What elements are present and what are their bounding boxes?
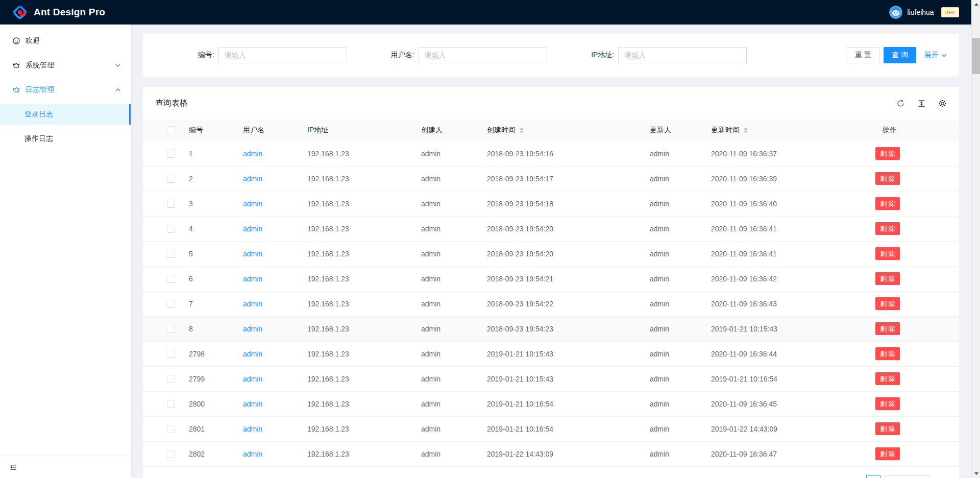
scrollbar-thumb[interactable] xyxy=(972,38,980,74)
username-link[interactable]: admin xyxy=(243,350,262,358)
username-link[interactable]: admin xyxy=(243,250,262,258)
reload-icon[interactable] xyxy=(896,99,905,108)
delete-button[interactable]: 删 除 xyxy=(875,347,900,360)
username-link-cell: admin xyxy=(235,341,299,366)
row-created-time: 2019-01-21 10:15:43 xyxy=(487,375,553,383)
id-input[interactable] xyxy=(218,47,347,63)
delete-button[interactable]: 删 除 xyxy=(875,372,900,385)
settings-icon[interactable] xyxy=(938,99,947,108)
select-all-checkbox[interactable] xyxy=(167,126,175,134)
column-header-4[interactable]: 创建时间 xyxy=(479,119,642,141)
row-checkbox[interactable] xyxy=(167,425,175,433)
sidebar-footer xyxy=(0,456,131,478)
delete-button[interactable]: 删 除 xyxy=(875,272,900,285)
log-table: 编号用户名IP地址创建人创建时间更新人更新时间操作 1admin192.168.… xyxy=(143,119,959,467)
column-header-5: 更新人 xyxy=(642,119,703,141)
sidebar-item-login-log[interactable]: 登录日志 xyxy=(0,104,131,125)
row-checkbox[interactable] xyxy=(167,250,175,258)
user-name: liufeihua xyxy=(907,8,934,16)
row-checkbox[interactable] xyxy=(167,300,175,308)
username-link[interactable]: admin xyxy=(243,400,262,408)
delete-button[interactable]: 删 除 xyxy=(875,197,900,210)
username-link[interactable]: admin xyxy=(243,450,262,458)
row-created-time: 2018-09-23 19:54:20 xyxy=(487,250,553,258)
menu-fold-icon[interactable] xyxy=(9,463,17,471)
scroll-down-arrow-icon[interactable] xyxy=(972,469,980,478)
row-updated-time: 2019-01-22 14:43:09 xyxy=(711,425,777,433)
row-checkbox[interactable] xyxy=(167,150,175,158)
row-checkbox[interactable] xyxy=(167,200,175,208)
page-size-select[interactable] xyxy=(885,475,929,478)
row-id: 2799 xyxy=(189,375,205,383)
delete-button[interactable]: 删 除 xyxy=(875,447,900,460)
header-user-area[interactable]: liufeihua dev xyxy=(889,6,959,19)
username-link[interactable]: admin xyxy=(243,175,262,183)
row-created-time-cell: 2019-01-21 10:16:54 xyxy=(479,416,642,441)
delete-button[interactable]: 删 除 xyxy=(875,422,900,435)
row-id-cell: 2800 xyxy=(181,391,235,416)
scroll-up-arrow-icon[interactable] xyxy=(972,0,980,9)
row-ip-cell: 192.168.1.23 xyxy=(299,341,413,366)
username-link[interactable]: admin xyxy=(243,225,262,233)
username-link[interactable]: admin xyxy=(243,150,262,158)
delete-button[interactable]: 删 除 xyxy=(875,222,900,235)
row-checkbox[interactable] xyxy=(167,450,175,458)
row-updater-cell: admin xyxy=(642,341,703,366)
row-ip-cell: 192.168.1.23 xyxy=(299,241,413,266)
row-id: 2798 xyxy=(189,350,205,358)
table-row: 4admin192.168.1.23admin2018-09-23 19:54:… xyxy=(143,216,959,241)
sidebar-item-operation-log[interactable]: 操作日志 xyxy=(0,129,131,149)
row-checkbox[interactable] xyxy=(167,225,175,233)
delete-button[interactable]: 删 除 xyxy=(875,397,900,410)
row-checkbox[interactable] xyxy=(167,325,175,333)
column-header-3: 创建人 xyxy=(413,119,479,141)
sidebar-item-log-mgmt[interactable]: 日志管理 xyxy=(0,80,131,100)
delete-button[interactable]: 删 除 xyxy=(875,297,900,310)
table-toolbar: 查询表格 xyxy=(143,87,959,119)
row-updater-cell: admin xyxy=(642,441,703,466)
delete-button[interactable]: 删 除 xyxy=(875,147,900,160)
row-updated-time-cell: 2020-11-09 16:36:44 xyxy=(703,341,874,366)
query-button[interactable]: 查 询 xyxy=(884,47,916,63)
row-creator: admin xyxy=(421,250,440,258)
row-checkbox[interactable] xyxy=(167,400,175,408)
row-id-cell: 2798 xyxy=(181,341,235,366)
sorter-icon[interactable] xyxy=(520,127,524,133)
page-scrollbar[interactable] xyxy=(971,0,980,478)
delete-button[interactable]: 删 除 xyxy=(875,172,900,185)
row-checkbox[interactable] xyxy=(167,175,175,183)
row-action-cell: 删 除 xyxy=(874,341,959,366)
row-updated-time: 2020-11-09 16:36:47 xyxy=(711,450,777,458)
row-ip: 192.168.1.23 xyxy=(307,450,349,458)
sorter-icon[interactable] xyxy=(744,127,748,133)
row-ip: 192.168.1.23 xyxy=(307,275,349,283)
delete-button[interactable]: 删 除 xyxy=(875,322,900,335)
logo-area[interactable]: Ant Design Pro xyxy=(12,5,105,20)
username-link[interactable]: admin xyxy=(243,200,262,208)
sidebar-item-welcome[interactable]: 欢迎 xyxy=(0,31,131,51)
table-row: 2799admin192.168.1.23admin2019-01-21 10:… xyxy=(143,366,959,391)
username-link[interactable]: admin xyxy=(243,300,262,308)
reset-button[interactable]: 重 置 xyxy=(847,47,879,63)
density-icon[interactable] xyxy=(917,99,926,108)
sidebar-item-system-mgmt[interactable]: 系统管理 xyxy=(0,55,131,76)
username-link[interactable]: admin xyxy=(243,425,262,433)
expand-toggle[interactable]: 展开 xyxy=(924,51,947,60)
row-checkbox[interactable] xyxy=(167,375,175,383)
ip-input[interactable] xyxy=(618,47,747,63)
username-link[interactable]: admin xyxy=(243,375,262,383)
row-checkbox[interactable] xyxy=(167,350,175,358)
id-field-label: 编号: xyxy=(192,51,214,60)
username-link-cell: admin xyxy=(235,291,299,316)
username-link[interactable]: admin xyxy=(243,275,262,283)
row-checkbox[interactable] xyxy=(167,275,175,283)
row-id: 2801 xyxy=(189,425,205,433)
username-field-label: 用户名: xyxy=(385,51,414,60)
username-link[interactable]: admin xyxy=(243,325,262,333)
delete-button[interactable]: 删 除 xyxy=(875,247,900,260)
username-input[interactable] xyxy=(419,47,547,63)
row-action-cell: 删 除 xyxy=(874,416,959,441)
pagination-page-1[interactable]: 1 xyxy=(866,475,880,478)
user-avatar[interactable] xyxy=(889,6,902,19)
column-header-6[interactable]: 更新时间 xyxy=(703,119,874,141)
